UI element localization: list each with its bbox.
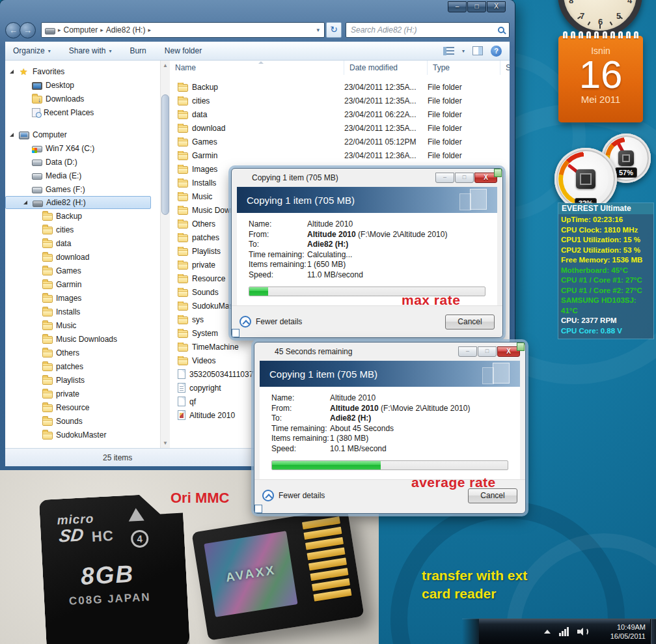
chevron-up-icon[interactable]: [262, 490, 274, 501]
scrollbar-thumb[interactable]: [161, 94, 169, 215]
column-header-type[interactable]: Type: [428, 61, 500, 75]
new-folder-button[interactable]: New folder: [165, 46, 202, 55]
tree-item[interactable]: download: [5, 250, 160, 264]
tree-item[interactable]: Recent Places: [5, 105, 160, 119]
file-name-cell[interactable]: data: [170, 110, 344, 119]
file-name: Music: [192, 192, 212, 201]
table-row[interactable]: Backup 23/04/2011 12:35A... File folder: [170, 80, 510, 94]
table-row[interactable]: cities 23/04/2011 12:35A... File folder: [170, 94, 510, 107]
tree-item[interactable]: Music: [5, 318, 160, 332]
search-placeholder: Search Adie82 (H:): [351, 25, 417, 35]
column-header-date-modified[interactable]: Date modified: [344, 61, 428, 75]
file-name-cell[interactable]: Games: [170, 137, 344, 147]
chevron-down-icon[interactable]: ▾: [462, 48, 465, 54]
minimize-button[interactable]: –: [435, 173, 454, 183]
show-desktop-button[interactable]: [650, 619, 656, 644]
file-name: Sounds: [192, 288, 219, 297]
calendar-gadget[interactable]: Isnin 16 Mei 2011: [558, 36, 643, 122]
table-row[interactable]: Games 22/04/2011 05:12PM File folder: [170, 135, 510, 148]
share-with-menu[interactable]: Share with ▾: [69, 46, 112, 55]
everest-sensor-panel[interactable]: EVEREST Ultimate UpTime: 02:23:16 CPU Cl…: [558, 203, 653, 339]
fewer-details-toggle[interactable]: Fewer details: [256, 317, 302, 326]
table-row[interactable]: Garmin 23/04/2011 12:36A... File folder: [170, 148, 510, 162]
preview-pane-icon[interactable]: [472, 46, 483, 55]
tree-item[interactable]: Installs: [5, 305, 160, 318]
tree-item[interactable]: Sounds: [5, 414, 160, 428]
tree-item[interactable]: Games: [5, 264, 160, 277]
tree-item[interactable]: Music Downloads: [5, 332, 160, 346]
taskbar-clock[interactable]: 10:49AM 16/05/2011: [603, 623, 646, 641]
breadcrumb-item-drive[interactable]: Adie82 (H:): [106, 25, 146, 35]
everest-title: EVEREST Ultimate: [558, 203, 653, 214]
tree-item-icon: [32, 187, 42, 193]
detail-row: Speed: 11.0 MB/second: [249, 270, 485, 281]
tree-item[interactable]: Computer: [5, 128, 160, 141]
close-button[interactable]: X: [487, 1, 506, 12]
detail-value: Calculating...: [307, 250, 352, 260]
volume-icon[interactable]: [577, 627, 589, 636]
tree-item[interactable]: SudokuMaster: [5, 428, 160, 441]
tree-item[interactable]: Backup: [5, 209, 160, 223]
tree-item[interactable]: Images: [5, 291, 160, 305]
show-hidden-icons-icon[interactable]: [544, 630, 551, 634]
tree-item[interactable]: Garmin: [5, 277, 160, 291]
tree-item-label: Data (D:): [46, 158, 77, 167]
burn-button[interactable]: Burn: [130, 46, 146, 55]
sensor-reading: CPU Clock: 1810 MHz: [561, 225, 651, 236]
tree-item[interactable]: Media (E:): [5, 169, 160, 182]
organize-menu[interactable]: Organize ▾: [13, 46, 51, 55]
triangle-icon: [128, 508, 144, 522]
forward-button[interactable]: →: [20, 22, 36, 38]
maximize-button[interactable]: □: [467, 1, 486, 12]
tree-item[interactable]: cities: [5, 223, 160, 236]
tree-item[interactable]: Games (F:): [5, 182, 160, 196]
file-icon: [178, 193, 188, 201]
tree-item[interactable]: data: [5, 236, 160, 250]
tree-item-label: Downloads: [46, 94, 84, 104]
minimize-button[interactable]: –: [448, 1, 467, 12]
navigation-scrollbar[interactable]: ▲ ▼: [160, 61, 170, 448]
table-row[interactable]: download 23/04/2011 12:35A... File folde…: [170, 121, 510, 135]
tree-item[interactable]: Desktop: [5, 78, 160, 92]
file-name-cell[interactable]: Garmin: [170, 151, 344, 160]
expander-icon[interactable]: [8, 133, 16, 137]
minimize-button[interactable]: –: [458, 346, 477, 357]
table-row[interactable]: data 23/04/2011 06:22A... File folder: [170, 107, 510, 121]
expander-icon[interactable]: [21, 201, 29, 204]
file-name-cell[interactable]: Backup: [170, 83, 344, 92]
tree-item[interactable]: Adie82 (H:): [5, 196, 151, 209]
expander-icon[interactable]: [8, 70, 16, 74]
tree-item-icon: [42, 418, 53, 426]
tree-item[interactable]: Win7 X64 (C:): [5, 141, 160, 155]
breadcrumb[interactable]: ▸ Computer ▸ Adie82 (H:) ▸ ▾: [41, 22, 325, 38]
detail-row: From: Altitude 2010 (F:\Movie 2\Altitude…: [271, 404, 508, 414]
views-icon[interactable]: [443, 47, 454, 55]
tree-item[interactable]: Resource: [5, 400, 160, 414]
tree-item[interactable]: patches: [5, 359, 160, 373]
fewer-details-toggle[interactable]: Fewer details: [279, 491, 325, 500]
breadcrumb-item-computer[interactable]: Computer: [64, 25, 98, 35]
tree-item[interactable]: Data (D:): [5, 155, 160, 169]
file-name-cell[interactable]: download: [170, 124, 344, 133]
scroll-down-icon[interactable]: ▼: [161, 438, 170, 448]
tree-item[interactable]: private: [5, 387, 160, 400]
tree-item[interactable]: Downloads: [5, 92, 160, 105]
scroll-up-icon[interactable]: ▲: [161, 61, 170, 70]
column-header-name[interactable]: Name: [170, 61, 344, 75]
cancel-button[interactable]: Cancel: [445, 315, 495, 329]
network-icon[interactable]: [559, 627, 569, 636]
chevron-up-icon[interactable]: [239, 316, 251, 328]
tree-item[interactable]: Playlists: [5, 373, 160, 387]
help-icon[interactable]: ?: [491, 46, 502, 57]
tree-item[interactable]: Others: [5, 346, 160, 359]
cpu-meter-gadget[interactable]: 57% 32%: [554, 133, 656, 210]
file-name-cell[interactable]: cities: [170, 96, 344, 105]
search-icon[interactable]: [498, 27, 504, 33]
file-name: Others: [192, 219, 215, 229]
search-input[interactable]: Search Adie82 (H:): [346, 22, 510, 38]
tree-item[interactable]: Favorites: [5, 64, 160, 78]
tree-item[interactable]: [5, 119, 160, 128]
address-dropdown-icon[interactable]: ▾: [316, 27, 321, 33]
column-header-size[interactable]: Si: [500, 61, 510, 75]
refresh-button[interactable]: ↻: [326, 22, 342, 38]
